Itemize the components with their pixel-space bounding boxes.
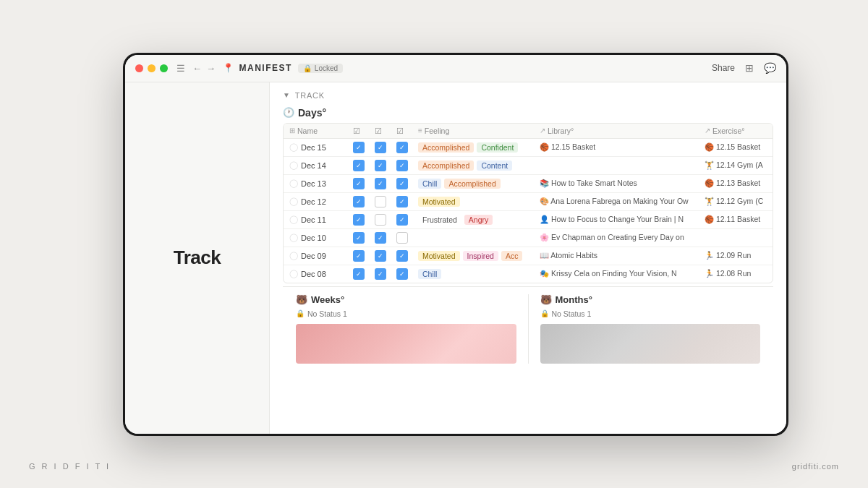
checkbox-3[interactable]: ✓ — [396, 268, 408, 280]
cell-library: 🌸 Ev Chapman on Creating Every Day on — [540, 233, 699, 242]
days-section: 🕐 Days° ⊞ Name ☑ ☑ ☑ — [270, 104, 786, 364]
back-button[interactable]: ← — [192, 63, 202, 74]
nav-buttons: ← → — [192, 63, 216, 74]
checkbox-2[interactable]: ✓ — [375, 250, 386, 262]
checkbox-1[interactable]: ✓ — [353, 196, 365, 207]
months-emoji-icon: 🐻 — [540, 294, 552, 305]
months-title: 🐻 Months° — [540, 294, 761, 305]
checkbox-2[interactable]: ✓ — [375, 178, 386, 189]
app-brand: 📍 MANIFEST — [223, 63, 292, 73]
weeks-title-text: Weeks° — [311, 294, 344, 305]
checkbox-2[interactable] — [375, 214, 386, 226]
checkbox-1[interactable]: ✓ — [353, 160, 365, 171]
track-section-header: ▼ TRACK — [270, 82, 786, 104]
checkbox-2[interactable]: ✓ — [375, 160, 386, 171]
cell-feeling: Accomplished Content — [418, 160, 534, 171]
tag-accomplished: Accomplished — [444, 179, 500, 189]
months-status: 🔒 No Status 1 — [540, 309, 761, 318]
months-title-text: Months° — [556, 294, 592, 305]
cell-library: 📚 How to Take Smart Notes — [540, 179, 699, 188]
bottom-sections: 🐻 Weeks° 🔒 No Status 1 🐻 — [283, 286, 773, 364]
col-library-label: Library° — [548, 127, 574, 135]
feeling-col-icon: ≡ — [418, 127, 422, 134]
checkbox-3[interactable]: ✓ — [396, 160, 408, 171]
checkbox-1[interactable]: ✓ — [353, 232, 365, 244]
cell-exercise: 🏃 12.08 Run — [705, 269, 773, 278]
table-row: ◯Dec 13 ✓ ✓ ✓ Chill Accomplished 📚 How t… — [284, 175, 773, 193]
main-content: Track ▼ TRACK 🕐 Days° — [125, 82, 786, 434]
months-lock-icon: 🔒 — [540, 309, 549, 317]
tag-accomplished: Accomplished — [418, 160, 474, 171]
checkbox-2[interactable]: ✓ — [375, 268, 386, 280]
table-row: ◯Dec 12 ✓ ✓ Motivated 🎨 Ana Lorena Fabre… — [284, 193, 773, 211]
checkbox-1[interactable]: ✓ — [353, 250, 365, 262]
col-exercise-label: Exercise° — [712, 127, 744, 135]
locked-label: Locked — [315, 64, 338, 72]
maximize-button[interactable] — [160, 64, 168, 72]
checkbox-1[interactable]: ✓ — [353, 268, 365, 280]
days-emoji-icon: 🕐 — [283, 107, 294, 118]
forward-button[interactable]: → — [206, 63, 216, 74]
cell-feeling: Chill — [418, 269, 534, 279]
months-card: 🐻 Months° 🔒 No Status 1 — [528, 294, 761, 364]
cell-exercise: 🏋️ 12.14 Gym (A — [705, 160, 773, 170]
tablet-inner: ☰ ← → 📍 MANIFEST 🔒 Locked Share ⊞ 💬 — [125, 55, 786, 434]
close-button[interactable] — [135, 64, 143, 72]
tag-chill: Chill — [418, 179, 441, 189]
col-name-header: ⊞ Name — [289, 127, 347, 135]
checkbox-3[interactable]: ✓ — [396, 196, 408, 207]
checkbox-1[interactable]: ✓ — [353, 142, 365, 153]
days-table: ⊞ Name ☑ ☑ ☑ ≡ Feeling ↗ — [283, 123, 773, 283]
collapse-triangle-icon[interactable]: ▼ — [283, 91, 291, 99]
tablet-frame: ☰ ← → 📍 MANIFEST 🔒 Locked Share ⊞ 💬 — [123, 53, 788, 436]
weeks-lock-icon: 🔒 — [296, 309, 305, 317]
lock-icon: 🔒 — [303, 64, 312, 72]
cell-feeling: Frustrated Angry — [418, 215, 534, 225]
cell-feeling: Motivated — [418, 197, 534, 207]
cell-exercise: 🏀 12.11 Basket — [705, 215, 773, 224]
col-cb1-header: ☑ — [353, 127, 369, 135]
locked-badge: 🔒 Locked — [298, 64, 343, 73]
days-title: 🕐 Days° — [283, 104, 773, 123]
minimize-button[interactable] — [148, 64, 156, 72]
checkbox-3[interactable]: ✓ — [396, 178, 408, 189]
cell-date: ◯Dec 14 — [289, 160, 347, 170]
tag-motivated: Motivated — [418, 251, 460, 261]
checkbox-1[interactable]: ✓ — [353, 178, 365, 189]
cell-date: ◯Dec 13 — [289, 179, 347, 188]
col-exercise-header: ↗ Exercise° — [705, 127, 773, 135]
cell-date: ◯Dec 08 — [289, 269, 347, 278]
library-col-icon: ↗ — [540, 127, 545, 134]
checkbox-2[interactable]: ✓ — [375, 142, 386, 153]
sidebar-toggle-icon[interactable]: ☰ — [176, 63, 185, 74]
checkbox-3[interactable] — [396, 232, 408, 244]
checkbox-3[interactable]: ✓ — [396, 214, 408, 226]
tag-content: Content — [477, 160, 512, 171]
table-row: ◯Dec 15 ✓ ✓ ✓ Accomplished Confident 🏀 1… — [284, 139, 773, 157]
share-button[interactable]: Share — [712, 63, 735, 73]
table-row: ◯Dec 08 ✓ ✓ ✓ Chill 🎭 Krissy Cela on Fin… — [284, 265, 773, 283]
tag-accomplished: Accomplished — [418, 142, 474, 153]
cell-exercise: 🏋️ 12.12 Gym (C — [705, 197, 773, 206]
checkbox-2[interactable] — [375, 196, 386, 207]
months-status-text: No Status 1 — [552, 309, 592, 318]
cell-date: ◯Dec 15 — [289, 142, 347, 152]
comment-icon[interactable]: 💬 — [764, 62, 776, 74]
cell-feeling: Accomplished Confident — [418, 142, 534, 153]
brand-left: G R I D F I T I — [29, 462, 111, 471]
app-name: MANIFEST — [239, 63, 292, 73]
cell-library: 🏀 12.15 Basket — [540, 142, 699, 152]
col-cb2-header: ☑ — [375, 127, 391, 135]
cell-feeling: Chill Accomplished — [418, 179, 534, 189]
checkbox-2[interactable]: ✓ — [375, 232, 386, 244]
checkbox-1[interactable]: ✓ — [353, 214, 365, 226]
col-feeling-header: ≡ Feeling — [418, 127, 534, 135]
titlebar-right: Share ⊞ 💬 — [712, 62, 776, 74]
cell-date: ◯Dec 10 — [289, 233, 347, 242]
grid-icon[interactable]: ⊞ — [745, 62, 754, 74]
sidebar-page-title: Track — [174, 247, 221, 269]
cell-library: 🎭 Krissy Cela on Finding Your Vision, N — [540, 269, 699, 278]
name-col-icon: ⊞ — [289, 127, 295, 134]
checkbox-3[interactable]: ✓ — [396, 250, 408, 262]
checkbox-3[interactable]: ✓ — [396, 142, 408, 153]
